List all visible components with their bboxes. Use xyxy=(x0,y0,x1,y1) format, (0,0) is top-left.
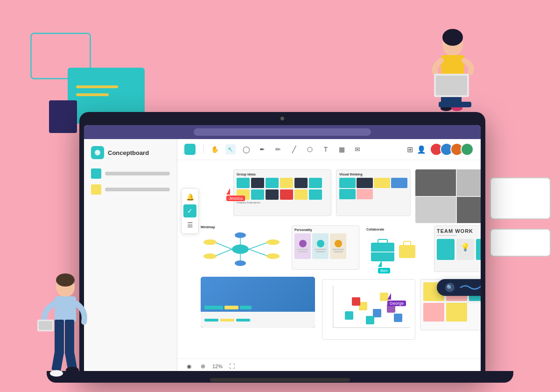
view-icon[interactable]: ⊞ xyxy=(407,145,413,154)
laptop: Conceptboard ✋ ↖ ◯ xyxy=(79,112,485,378)
laptop-camera xyxy=(280,117,284,120)
tool-eraser[interactable]: ⬡ xyxy=(305,144,315,154)
url-bar[interactable] xyxy=(194,128,371,136)
photo-4 xyxy=(457,197,481,224)
teamwork-section: TEAM WORK ——————— 💡 xyxy=(434,225,481,272)
avatar-group xyxy=(430,143,474,156)
persona-line-6 xyxy=(334,251,343,252)
deco-dark-rect xyxy=(49,100,77,133)
sticky-note-2[interactable] xyxy=(251,178,264,188)
sticky-note-4[interactable] xyxy=(280,178,293,188)
mindmap-svg xyxy=(201,231,280,268)
toolbar-right: ⊞ 👤 xyxy=(407,143,474,156)
search-wave xyxy=(458,283,481,292)
tool-pen[interactable]: ✒ xyxy=(257,144,267,154)
persona-line-4 xyxy=(316,251,325,252)
mini-bell-icon[interactable]: 🔔 xyxy=(183,190,196,203)
sticky-note-11[interactable] xyxy=(294,189,308,200)
zoom-fit-icon[interactable]: ⊕ xyxy=(198,362,208,371)
lightbulb-icon: 💡 xyxy=(456,239,474,252)
svg-point-10 xyxy=(203,239,217,245)
search-bubble[interactable]: 🔍 xyxy=(437,279,481,296)
cursor-jessica: Jessica xyxy=(226,188,245,201)
sticky-notes-group xyxy=(237,178,328,200)
svg-line-4 xyxy=(215,242,232,249)
feature-brainstorm-label: Feature brainstorm xyxy=(237,201,328,204)
vt-block-3 xyxy=(374,178,390,188)
sidebar-label-1 xyxy=(105,172,170,175)
sidebar: Conceptboard xyxy=(84,139,177,373)
ben-cursor-label: Ben xyxy=(378,268,390,273)
sidebar-color-yellow xyxy=(91,184,101,195)
tool-text[interactable]: T xyxy=(321,144,331,154)
personality-card-1 xyxy=(294,233,311,259)
presentation-bottom xyxy=(201,312,315,328)
tool-shape[interactable]: ◯ xyxy=(241,144,252,154)
persona-line-1 xyxy=(297,249,308,250)
presentation-section xyxy=(201,277,315,328)
svg-rect-17 xyxy=(399,245,415,258)
svg-point-11 xyxy=(203,253,217,259)
visual-thinking-title: Visual thinking xyxy=(339,173,407,176)
sticky-note-5[interactable] xyxy=(294,178,308,188)
browser-topbar xyxy=(84,125,481,139)
logo-text: Conceptboard xyxy=(108,149,149,156)
sidebar-item-2[interactable] xyxy=(91,184,170,195)
canvas-content[interactable]: 🔔 ✓ ☰ Group ideas xyxy=(177,160,481,358)
tool-sticky[interactable]: ▦ xyxy=(336,144,347,154)
photo-1 xyxy=(415,169,456,196)
tool-pencil[interactable]: ✏ xyxy=(273,144,283,154)
cursor-ben: Ben xyxy=(378,260,390,273)
jessica-cursor-label: Jessica xyxy=(226,196,245,201)
sticky-note-9[interactable] xyxy=(266,189,279,200)
persona-line-2 xyxy=(298,251,308,252)
chart-section xyxy=(322,279,415,340)
users-icon[interactable]: 👤 xyxy=(417,145,426,154)
svg-point-8 xyxy=(235,232,246,238)
mini-check-icon[interactable]: ✓ xyxy=(183,204,196,217)
sticky-br-5[interactable] xyxy=(423,303,444,322)
mini-list-icon[interactable]: ☰ xyxy=(183,218,196,231)
sidebar-label-2 xyxy=(105,188,170,191)
tool-cursor[interactable]: ↖ xyxy=(225,144,236,154)
mini-panel: 🔔 ✓ ☰ xyxy=(181,188,199,234)
sticky-note-6[interactable] xyxy=(309,178,322,188)
personality-card-3 xyxy=(330,233,346,259)
sidebar-item-1[interactable] xyxy=(91,168,170,179)
group-ideas-section: Group ideas xyxy=(233,169,331,216)
pres-dot-2 xyxy=(224,306,238,309)
sticky-note-10[interactable] xyxy=(280,189,293,200)
svg-rect-24 xyxy=(352,297,360,306)
sticky-br-6[interactable] xyxy=(446,303,467,322)
personality-section: Personality xyxy=(292,225,359,270)
visual-thinking-section: Visual thinking xyxy=(336,169,411,216)
tool-line[interactable]: ╱ xyxy=(289,144,299,154)
collaborate-section: Collaborate xyxy=(364,225,429,272)
sticky-note-3[interactable] xyxy=(266,178,279,188)
george-cursor-arrow xyxy=(387,293,391,300)
svg-rect-28 xyxy=(394,314,402,322)
fullscreen-icon[interactable]: ⛶ xyxy=(227,362,237,371)
svg-point-13 xyxy=(266,253,280,259)
avatar-user4 xyxy=(461,143,474,156)
persona-line-5 xyxy=(332,249,344,250)
photo-2 xyxy=(457,169,481,196)
sticky-note-12[interactable] xyxy=(309,189,322,200)
vt-block-1 xyxy=(339,178,356,188)
svg-line-7 xyxy=(249,249,268,256)
logo-icon xyxy=(91,146,104,159)
tool-hand[interactable]: ✋ xyxy=(210,144,220,154)
vt-block-6 xyxy=(357,189,373,199)
svg-rect-23 xyxy=(373,309,381,317)
teamwork-block-1 xyxy=(437,239,455,260)
sticky-note-8[interactable] xyxy=(251,189,264,200)
scatter-chart xyxy=(326,283,413,335)
navigate-icon[interactable]: ◉ xyxy=(184,362,194,371)
vt-block-4 xyxy=(391,178,407,188)
tool-image[interactable]: ✉ xyxy=(352,144,363,154)
presentation-top xyxy=(201,277,315,312)
toolbar-logo-icon xyxy=(184,144,196,155)
teamwork-title: TEAM WORK xyxy=(437,228,481,234)
svg-rect-21 xyxy=(345,311,353,320)
sticky-note-1[interactable] xyxy=(237,178,250,188)
